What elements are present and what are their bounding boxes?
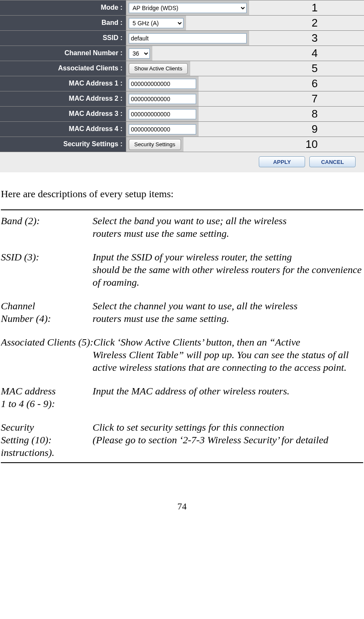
field-input-cell: Security Settings: [126, 137, 183, 152]
field-input-cell: [126, 122, 199, 137]
form-row: SSID :3: [0, 31, 364, 46]
mac3-input[interactable]: [129, 109, 196, 119]
field-input-cell: 5 GHz (A): [126, 16, 186, 30]
security-settings-button[interactable]: Security Settings: [129, 139, 181, 150]
mac1-input[interactable]: [129, 79, 196, 89]
form-row: MAC Address 4 :9: [0, 122, 364, 137]
definition-desc: Select the channel you want to use, all …: [93, 300, 298, 311]
row-spacer: 7: [199, 91, 364, 106]
mac4-input[interactable]: [129, 124, 196, 134]
definition-term: Associated Clients (5):: [1, 337, 93, 348]
row-spacer: 2: [186, 16, 364, 30]
ssid-input[interactable]: [129, 33, 247, 43]
channel-select[interactable]: 36: [129, 48, 150, 59]
field-label: MAC Address 1 :: [0, 76, 126, 91]
band-select[interactable]: 5 GHz (A): [129, 18, 183, 28]
row-spacer: 9: [199, 122, 364, 137]
form-row: MAC Address 2 :7: [0, 91, 364, 107]
field-input-cell: 36: [126, 46, 152, 61]
mode-select[interactable]: AP Bridge (WDS): [129, 3, 247, 13]
definition-desc: Click to set security settings for this …: [93, 422, 284, 433]
annotation-number: 6: [312, 77, 318, 90]
field-input-cell: [126, 107, 199, 121]
definition-desc: Input the MAC address of other wireless …: [93, 386, 290, 397]
form-row: Associated Clients :Show Active Clients5: [0, 61, 364, 76]
field-label: SSID :: [0, 31, 126, 46]
page-number: 74: [0, 501, 364, 512]
form-row: Security Settings :Security Settings10: [0, 137, 364, 152]
annotation-number: 10: [306, 138, 318, 151]
annotation-number: 8: [312, 107, 318, 121]
field-label: Channel Number :: [0, 46, 126, 61]
action-bar: APPLYCANCEL: [0, 152, 364, 167]
row-spacer: 6: [199, 76, 364, 91]
definition-entry: Associated Clients (5):Click ‘Show Activ…: [1, 336, 363, 374]
definition-term: SSID (3):: [1, 251, 93, 263]
definitions-block: Band (2):Select the band you want to use…: [1, 209, 363, 463]
definition-desc: Input the SSID of your wireless router, …: [93, 252, 292, 263]
field-label: Mode :: [0, 0, 126, 15]
definition-entry: SSID (3):Input the SSID of your wireless…: [1, 251, 363, 289]
definition-term: Channel: [1, 300, 93, 312]
definition-entry: Band (2):Select the band you want to use…: [1, 214, 363, 240]
definition-entry: MAC addressInput the MAC address of othe…: [1, 385, 363, 410]
definition-term-line2: 1 to 4 (6 - 9):: [1, 397, 93, 410]
row-spacer: 10: [183, 137, 364, 152]
definition-term-line2: Setting (10):: [1, 434, 93, 446]
form-row: MAC Address 3 :8: [0, 107, 364, 122]
show-clients-button[interactable]: Show Active Clients: [129, 63, 188, 74]
row-spacer: 8: [199, 107, 364, 121]
row-spacer: 3: [249, 31, 364, 46]
annotation-number: 2: [312, 16, 318, 29]
field-input-cell: Show Active Clients: [126, 61, 190, 76]
cancel-button[interactable]: CANCEL: [309, 156, 356, 167]
definition-desc-cont: routers must use the same setting.: [93, 313, 229, 324]
annotation-number: 1: [312, 1, 318, 14]
field-input-cell: [126, 91, 199, 106]
definition-entry: ChannelSelect the channel you want to us…: [1, 300, 363, 325]
annotation-number: 4: [312, 47, 318, 60]
field-label: MAC Address 3 :: [0, 107, 126, 121]
annotation-number: 9: [312, 123, 318, 136]
field-input-cell: AP Bridge (WDS): [126, 0, 249, 15]
definition-term: Security: [1, 421, 93, 434]
definition-term: MAC address: [1, 385, 93, 397]
document-body: Here are descriptions of every setup ite…: [0, 172, 364, 463]
definition-term: Band (2):: [1, 214, 93, 227]
definition-desc: Click ‘Show Active Clients’ button, then…: [93, 337, 300, 348]
field-label: MAC Address 2 :: [0, 91, 126, 106]
field-label: MAC Address 4 :: [0, 122, 126, 137]
form-row: Mode :AP Bridge (WDS)1: [0, 0, 364, 16]
field-label: Band :: [0, 16, 126, 30]
intro-text: Here are descriptions of every setup ite…: [1, 188, 363, 200]
form-row: Channel Number :364: [0, 46, 364, 61]
annotation-number: 7: [312, 92, 318, 105]
field-input-cell: [126, 76, 199, 91]
row-spacer: 1: [249, 0, 364, 15]
form-row: MAC Address 1 :6: [0, 76, 364, 91]
row-spacer: 5: [190, 61, 364, 76]
apply-button[interactable]: APPLY: [259, 156, 305, 167]
annotation-number: 5: [312, 62, 318, 75]
field-label: Associated Clients :: [0, 61, 126, 76]
field-label: Security Settings :: [0, 137, 126, 152]
settings-panel: Mode :AP Bridge (WDS)1Band :5 GHz (A)2SS…: [0, 0, 364, 172]
form-row: Band :5 GHz (A)2: [0, 16, 364, 31]
mac2-input[interactable]: [129, 94, 196, 104]
definition-desc-cont: Wireless Client Table” will pop up. You …: [1, 348, 363, 374]
definition-desc-cont: should be the same with other wireless r…: [1, 263, 363, 289]
row-spacer: 4: [152, 46, 364, 61]
definition-term-line2: Number (4):: [1, 312, 93, 325]
annotation-number: 3: [312, 32, 318, 45]
definition-entry: SecurityClick to set security settings f…: [1, 421, 363, 459]
definition-desc-cont: routers must use the same setting.: [1, 227, 363, 240]
definition-desc: Select the band you want to use; all the…: [93, 215, 287, 226]
field-input-cell: [126, 31, 249, 46]
